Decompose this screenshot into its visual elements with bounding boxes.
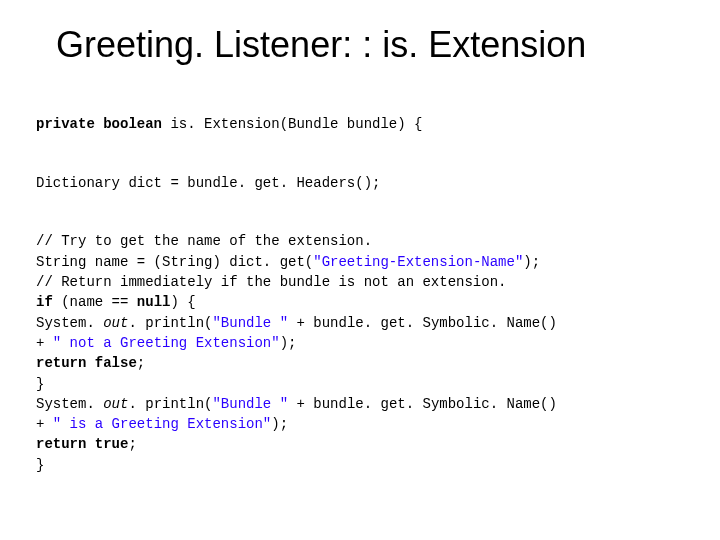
str-ext-name: "Greeting-Extension-Name" (313, 254, 523, 270)
code-line-1: private boolean is. Extension(Bundle bun… (36, 114, 684, 134)
comment-2: // Return immediately if the bundle is n… (36, 274, 506, 290)
l4c: ); (523, 254, 540, 270)
l9-rest: ; (137, 355, 145, 371)
l8c: ); (280, 335, 297, 351)
code-line-2: Dictionary dict = bundle. get. Headers()… (36, 173, 684, 193)
l12a: + (36, 416, 53, 432)
l6-rest2: ) { (170, 294, 195, 310)
kw-return-true: return true (36, 436, 128, 452)
l11c: . println( (128, 396, 212, 412)
kw-null: null (137, 294, 171, 310)
code-body: // Try to get the name of the extension.… (36, 231, 684, 475)
str-bundle-2: "Bundle " (212, 396, 288, 412)
l4a: String name = (String) dict. get( (36, 254, 313, 270)
l11e: + bundle. get. Symbolic. Name() (288, 396, 557, 412)
out-1: out (103, 315, 128, 331)
out-2: out (103, 396, 128, 412)
l8a: + (36, 335, 53, 351)
l10: } (36, 376, 44, 392)
l7e: + bundle. get. Symbolic. Name() (288, 315, 557, 331)
slide: Greeting. Listener: : is. Extension priv… (0, 0, 720, 540)
slide-title: Greeting. Listener: : is. Extension (56, 24, 684, 66)
l14: } (36, 457, 44, 473)
str-not-ext: " not a Greeting Extension" (53, 335, 280, 351)
code-block: private boolean is. Extension(Bundle bun… (36, 94, 684, 516)
str-bundle-1: "Bundle " (212, 315, 288, 331)
l7a: System. (36, 315, 103, 331)
str-is-ext: " is a Greeting Extension" (53, 416, 271, 432)
l6-rest: (name == (53, 294, 137, 310)
l11a: System. (36, 396, 103, 412)
kw-if: if (36, 294, 53, 310)
kw-private-boolean: private boolean (36, 116, 162, 132)
l12c: ); (271, 416, 288, 432)
sig-rest: is. Extension(Bundle bundle) { (162, 116, 422, 132)
l13-rest: ; (128, 436, 136, 452)
comment-1: // Try to get the name of the extension. (36, 233, 372, 249)
l7c: . println( (128, 315, 212, 331)
kw-return-false: return false (36, 355, 137, 371)
